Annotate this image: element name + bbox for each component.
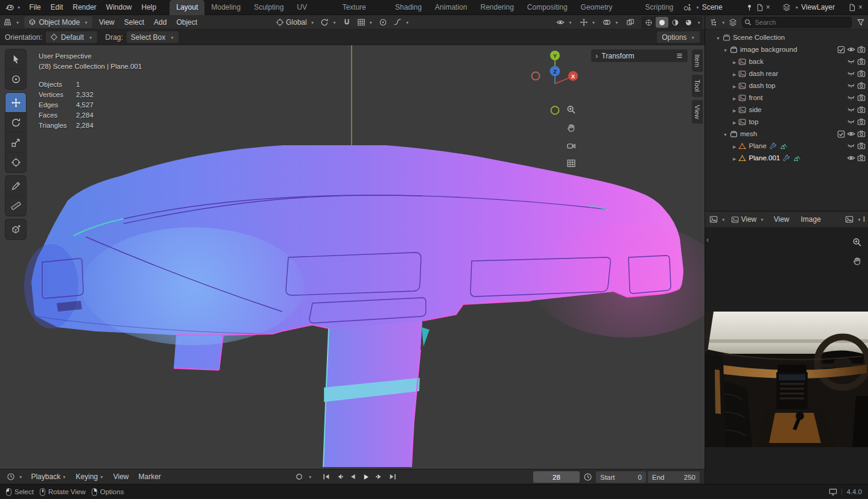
disclosure-open-icon[interactable] xyxy=(723,130,727,137)
outliner-row-dash-rear[interactable]: dash rear xyxy=(705,67,868,80)
sidebar-tab-view[interactable]: View xyxy=(692,100,703,124)
menu-window[interactable]: Window xyxy=(101,0,137,15)
outliner-row-front[interactable]: front xyxy=(705,92,868,104)
workspace-tab-animation[interactable]: Animation xyxy=(428,0,474,15)
panel-menu-icon[interactable] xyxy=(676,52,683,60)
orientation-dropdown[interactable]: Global xyxy=(273,16,317,28)
remove-viewlayer-icon[interactable] xyxy=(858,3,863,11)
tool-measure[interactable] xyxy=(5,196,26,216)
timeline-editor-type-button[interactable] xyxy=(4,471,25,483)
hide-eye-icon[interactable] xyxy=(847,154,855,162)
hide-eye-icon[interactable] xyxy=(847,57,855,66)
browse-image-icon[interactable] xyxy=(845,215,854,224)
outliner-editor-type-button[interactable] xyxy=(708,16,726,28)
new-scene-icon[interactable] xyxy=(756,4,764,11)
viewlayer-selector[interactable]: ViewLayer xyxy=(779,2,866,13)
disclosure-closed-icon[interactable] xyxy=(733,70,736,77)
image-zoom-button[interactable] xyxy=(851,236,863,248)
workspace-tab-sculpting[interactable]: Sculpting xyxy=(247,0,290,15)
use-preview-range-icon[interactable] xyxy=(583,472,592,482)
menu-timeline-view[interactable]: View xyxy=(109,472,133,481)
hide-eye-icon[interactable] xyxy=(847,81,855,90)
menu-playback[interactable]: Playback xyxy=(27,472,70,481)
menu-view[interactable]: View xyxy=(94,18,119,27)
tool-rotate[interactable] xyxy=(5,113,26,133)
menu-marker[interactable]: Marker xyxy=(135,472,165,481)
hide-eye-icon[interactable] xyxy=(847,69,855,78)
disclosure-closed-icon[interactable] xyxy=(733,82,736,89)
unlink-scene-icon[interactable] xyxy=(766,3,770,11)
render-camera-icon[interactable] xyxy=(857,154,866,162)
render-camera-icon[interactable] xyxy=(857,118,866,126)
play-button[interactable] xyxy=(360,471,372,483)
transform-panel-header[interactable]: Transform xyxy=(591,49,688,62)
shading-rendered-button[interactable] xyxy=(682,17,695,28)
region-collapse-icon[interactable]: ‹ xyxy=(706,235,709,244)
sidebar-tab-item[interactable]: Item xyxy=(692,49,703,72)
render-camera-icon[interactable] xyxy=(857,130,866,138)
chevron-down-icon[interactable] xyxy=(695,18,701,27)
hide-eye-icon[interactable] xyxy=(847,142,855,150)
sidebar-tab-tool[interactable]: Tool xyxy=(692,75,703,96)
next-keyframe-button[interactable] xyxy=(373,471,385,483)
jump-to-start-button[interactable] xyxy=(320,471,332,483)
geometry-nodes-icon[interactable] xyxy=(779,142,787,150)
xray-toggle[interactable] xyxy=(623,16,638,28)
falloff-dropdown[interactable] xyxy=(390,16,412,28)
workspace-tab-rendering[interactable]: Rendering xyxy=(474,0,520,15)
geometry-nodes-icon[interactable] xyxy=(793,154,800,162)
menu-keying[interactable]: Keying xyxy=(72,472,108,481)
render-camera-icon[interactable] xyxy=(857,81,866,90)
camera-view-button[interactable] xyxy=(565,139,578,152)
workspace-tab-shading[interactable]: Shading xyxy=(388,0,428,15)
menu-image[interactable]: Image xyxy=(796,215,825,224)
menu-render[interactable]: Render xyxy=(68,0,101,15)
workspace-tab-layout[interactable]: Layout xyxy=(169,0,204,15)
disclosure-open-icon[interactable] xyxy=(723,46,727,53)
axis-x-negative[interactable] xyxy=(532,72,540,80)
render-camera-icon[interactable] xyxy=(857,105,866,114)
perspective-toggle-button[interactable] xyxy=(565,157,578,170)
hide-eye-icon[interactable] xyxy=(847,105,855,114)
outliner-row-image-background[interactable]: image background xyxy=(705,43,868,55)
viewport-canvas[interactable]: User Perspective (28) Scene Collection |… xyxy=(0,45,705,469)
disclosure-open-icon[interactable] xyxy=(716,34,720,41)
visibility-dropdown[interactable] xyxy=(553,16,575,28)
shading-solid-button[interactable] xyxy=(656,17,668,28)
hide-eye-icon[interactable] xyxy=(847,130,855,138)
workspace-tab-compositing[interactable]: Compositing xyxy=(521,0,574,15)
disclosure-closed-icon[interactable] xyxy=(733,142,736,149)
workspace-tab-texture-paint[interactable]: Texture Paint xyxy=(335,0,388,15)
disclosure-closed-icon[interactable] xyxy=(733,118,736,125)
snap-settings-dropdown[interactable] xyxy=(354,16,376,28)
pin-icon[interactable] xyxy=(746,4,753,11)
outliner-row-dash-top[interactable]: dash top xyxy=(705,80,868,92)
menu-object[interactable]: Object xyxy=(171,18,202,27)
modifier-wrench-icon[interactable] xyxy=(782,154,790,162)
disclosure-closed-icon[interactable] xyxy=(733,94,736,101)
outliner-row-side[interactable]: side xyxy=(705,104,868,116)
frame-start-field[interactable]: Start 0 xyxy=(596,471,646,483)
proportional-edit-toggle[interactable] xyxy=(376,16,390,28)
render-camera-icon[interactable] xyxy=(857,69,866,78)
hide-eye-icon[interactable] xyxy=(847,45,855,54)
tool-add-cube[interactable] xyxy=(5,219,26,239)
gizmos-dropdown[interactable] xyxy=(577,16,598,28)
pivot-point-dropdown[interactable] xyxy=(317,16,339,28)
jump-to-end-button[interactable] xyxy=(387,471,399,483)
tool-select-box[interactable] xyxy=(5,49,26,69)
options-dropdown[interactable]: Options xyxy=(657,31,700,43)
tool-annotate[interactable] xyxy=(5,176,26,196)
tool-scale[interactable] xyxy=(5,133,26,152)
hide-eye-icon[interactable] xyxy=(847,118,855,126)
search-input[interactable] xyxy=(742,17,852,28)
pan-button[interactable] xyxy=(565,121,578,134)
zoom-button[interactable] xyxy=(565,103,578,116)
outliner-row-plane[interactable]: Plane xyxy=(705,140,868,152)
image-editor-type-button[interactable] xyxy=(708,213,726,225)
menu-file[interactable]: File xyxy=(24,0,45,15)
image-mode-dropdown[interactable]: View xyxy=(728,213,767,225)
drag-mode-dropdown[interactable]: Select Box xyxy=(127,31,179,43)
chevron-down-icon[interactable] xyxy=(306,472,312,481)
render-camera-icon[interactable] xyxy=(857,45,866,54)
